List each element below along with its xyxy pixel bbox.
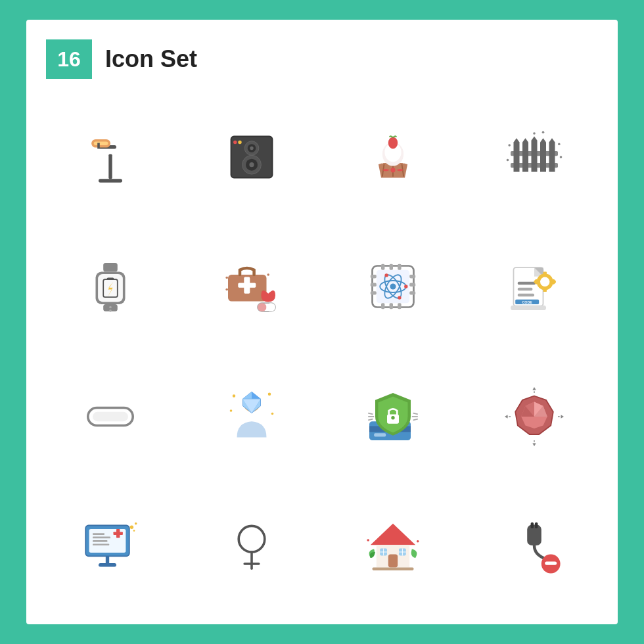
svg-rect-43 bbox=[266, 303, 275, 311]
svg-rect-56 bbox=[370, 283, 376, 287]
code-settings-cell: CODE bbox=[470, 229, 598, 346]
svg-marker-139 bbox=[370, 524, 415, 545]
svg-point-67 bbox=[398, 296, 401, 300]
svg-marker-121 bbox=[505, 415, 508, 418]
svg-text:CODE: CODE bbox=[522, 300, 532, 304]
atom-chip-icon bbox=[363, 257, 423, 316]
eco-house-icon bbox=[363, 517, 423, 576]
svg-rect-86 bbox=[93, 412, 128, 421]
svg-rect-131 bbox=[105, 557, 108, 564]
svg-point-65 bbox=[404, 285, 407, 288]
svg-line-104 bbox=[368, 419, 373, 420]
atom-chip-cell bbox=[329, 229, 457, 346]
svg-rect-155 bbox=[545, 562, 557, 565]
svg-rect-54 bbox=[398, 303, 401, 309]
svg-marker-120 bbox=[532, 443, 536, 446]
svg-rect-60 bbox=[409, 291, 415, 294]
gem-3d-cell bbox=[470, 358, 598, 475]
shield-card-cell bbox=[329, 358, 457, 475]
smartwatch-battery-cell bbox=[46, 229, 174, 346]
header: 16 Icon Set bbox=[46, 39, 598, 79]
svg-rect-1 bbox=[99, 179, 122, 182]
plug-minus-icon bbox=[505, 517, 564, 576]
svg-point-46 bbox=[267, 273, 269, 276]
svg-rect-78 bbox=[543, 288, 546, 292]
svg-rect-71 bbox=[517, 294, 534, 297]
gender-pin-cell bbox=[187, 488, 315, 605]
svg-rect-126 bbox=[93, 537, 110, 539]
svg-rect-151 bbox=[527, 525, 541, 546]
svg-point-94 bbox=[229, 409, 232, 412]
diamond-person-cell bbox=[187, 358, 315, 475]
svg-point-37 bbox=[109, 310, 112, 312]
svg-point-45 bbox=[225, 288, 228, 291]
svg-rect-59 bbox=[409, 283, 415, 287]
svg-rect-49 bbox=[381, 264, 384, 270]
speaker-system-icon bbox=[222, 127, 281, 187]
svg-rect-55 bbox=[370, 275, 376, 278]
svg-rect-51 bbox=[398, 264, 401, 270]
svg-rect-34 bbox=[106, 278, 114, 281]
fence-icon bbox=[505, 127, 564, 187]
svg-rect-5 bbox=[97, 143, 100, 149]
svg-rect-58 bbox=[409, 275, 415, 278]
gender-pin-icon bbox=[222, 517, 281, 576]
header-title: Icon Set bbox=[105, 45, 197, 73]
shield-card-icon bbox=[363, 387, 423, 446]
svg-point-133 bbox=[129, 526, 133, 529]
svg-rect-30 bbox=[103, 263, 118, 272]
gem-3d-icon bbox=[505, 387, 564, 446]
diamond-person-icon bbox=[222, 387, 281, 446]
svg-point-12 bbox=[249, 162, 254, 167]
svg-marker-122 bbox=[561, 415, 564, 418]
svg-rect-42 bbox=[258, 303, 267, 311]
svg-rect-70 bbox=[517, 288, 532, 291]
svg-point-21 bbox=[390, 168, 395, 172]
speaker-system-cell bbox=[187, 99, 315, 216]
svg-point-64 bbox=[390, 284, 396, 290]
street-light-icon bbox=[81, 127, 140, 187]
svg-point-92 bbox=[232, 394, 235, 398]
code-settings-icon: CODE bbox=[505, 257, 564, 316]
svg-rect-127 bbox=[93, 540, 108, 542]
medical-kit-cell bbox=[187, 229, 315, 346]
eco-house-cell bbox=[329, 488, 457, 605]
svg-point-93 bbox=[267, 392, 271, 396]
svg-rect-130 bbox=[116, 529, 120, 538]
header-number: 16 bbox=[46, 39, 92, 79]
svg-rect-0 bbox=[108, 154, 112, 179]
svg-point-136 bbox=[239, 526, 265, 553]
svg-rect-53 bbox=[389, 303, 392, 309]
svg-rect-153 bbox=[534, 522, 538, 528]
svg-marker-119 bbox=[532, 387, 536, 390]
svg-point-66 bbox=[384, 273, 388, 277]
svg-rect-69 bbox=[517, 282, 535, 285]
svg-point-24 bbox=[508, 144, 511, 147]
svg-rect-77 bbox=[543, 272, 546, 276]
svg-line-107 bbox=[413, 419, 417, 420]
svg-line-106 bbox=[413, 413, 417, 414]
svg-point-36 bbox=[109, 306, 112, 309]
svg-rect-4 bbox=[93, 141, 108, 145]
pill-capsule-icon bbox=[81, 387, 140, 446]
svg-line-103 bbox=[368, 413, 373, 414]
main-card: 16 Icon Set bbox=[26, 20, 618, 624]
svg-point-29 bbox=[541, 131, 544, 133]
svg-point-135 bbox=[133, 530, 135, 532]
cupcake-icon bbox=[363, 127, 423, 187]
medical-monitor-cell bbox=[46, 488, 174, 605]
svg-rect-132 bbox=[99, 563, 116, 566]
smartwatch-battery-icon bbox=[81, 257, 140, 316]
svg-rect-74 bbox=[511, 306, 546, 310]
svg-point-13 bbox=[233, 141, 237, 144]
svg-point-134 bbox=[134, 522, 137, 525]
svg-point-20 bbox=[388, 137, 397, 149]
svg-rect-40 bbox=[244, 277, 250, 294]
pill-oval-cell bbox=[46, 358, 174, 475]
svg-rect-52 bbox=[381, 303, 384, 309]
svg-rect-125 bbox=[93, 533, 104, 535]
svg-point-149 bbox=[367, 539, 369, 541]
svg-rect-152 bbox=[530, 522, 534, 528]
svg-point-28 bbox=[533, 132, 536, 135]
plug-minus-cell bbox=[470, 488, 598, 605]
